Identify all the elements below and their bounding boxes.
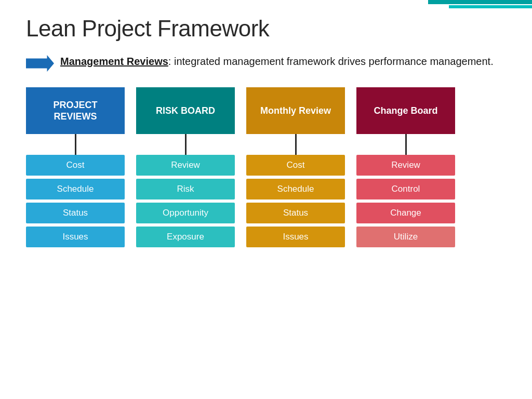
connector-line-project-reviews <box>75 134 76 155</box>
connector-line-change-board <box>405 134 407 155</box>
sub-item-risk-board-3: Exposure <box>136 227 235 247</box>
page-content: Lean Project Framework Management Review… <box>0 0 532 258</box>
sub-item-change-board-3: Utilize <box>356 227 455 247</box>
subtitle-text: Management Reviews: integrated managemen… <box>60 54 494 69</box>
sub-item-monthly-review-0: Cost <box>246 155 345 176</box>
subtitle-row: Management Reviews: integrated managemen… <box>26 54 506 72</box>
sub-item-monthly-review-3: Issues <box>246 227 345 247</box>
sub-items-monthly-review: CostScheduleStatusIssues <box>246 155 345 247</box>
subtitle-rest: : integrated management framework drives… <box>168 56 494 67</box>
sub-items-change-board: ReviewControlChangeUtilize <box>356 155 455 247</box>
top-accent-bar-1 <box>428 0 532 4</box>
column-risk-board: RISK BOARDReviewRiskOpportunityExposure <box>136 87 235 247</box>
column-project-reviews: PROJECT REVIEWSCostScheduleStatusIssues <box>26 87 125 247</box>
column-header-risk-board: RISK BOARD <box>136 87 235 134</box>
connector-line-monthly-review <box>295 134 297 155</box>
column-header-project-reviews: PROJECT REVIEWS <box>26 87 125 134</box>
arrow-icon <box>26 55 54 72</box>
sub-item-risk-board-1: Risk <box>136 179 235 200</box>
arrow-shape <box>26 55 54 72</box>
sub-items-risk-board: ReviewRiskOpportunityExposure <box>136 155 235 247</box>
sub-item-risk-board-2: Opportunity <box>136 203 235 223</box>
column-header-monthly-review: Monthly Review <box>246 87 345 134</box>
sub-item-monthly-review-1: Schedule <box>246 179 345 200</box>
sub-item-change-board-2: Change <box>356 203 455 223</box>
column-change-board: Change BoardReviewControlChangeUtilize <box>356 87 455 247</box>
column-header-change-board: Change Board <box>356 87 455 134</box>
sub-item-project-reviews-2: Status <box>26 203 125 223</box>
sub-item-monthly-review-2: Status <box>246 203 345 223</box>
sub-items-project-reviews: CostScheduleStatusIssues <box>26 155 125 247</box>
column-monthly-review: Monthly ReviewCostScheduleStatusIssues <box>246 87 345 247</box>
page-title: Lean Project Framework <box>26 16 506 42</box>
columns-container: PROJECT REVIEWSCostScheduleStatusIssuesR… <box>26 87 506 247</box>
sub-item-risk-board-0: Review <box>136 155 235 176</box>
sub-item-project-reviews-3: Issues <box>26 227 125 247</box>
top-accent-bar-2 <box>449 5 532 8</box>
sub-item-project-reviews-1: Schedule <box>26 179 125 200</box>
sub-item-project-reviews-0: Cost <box>26 155 125 176</box>
sub-item-change-board-1: Control <box>356 179 455 200</box>
connector-line-risk-board <box>185 134 187 155</box>
sub-item-change-board-0: Review <box>356 155 455 176</box>
subtitle-bold: Management Reviews <box>60 56 168 67</box>
